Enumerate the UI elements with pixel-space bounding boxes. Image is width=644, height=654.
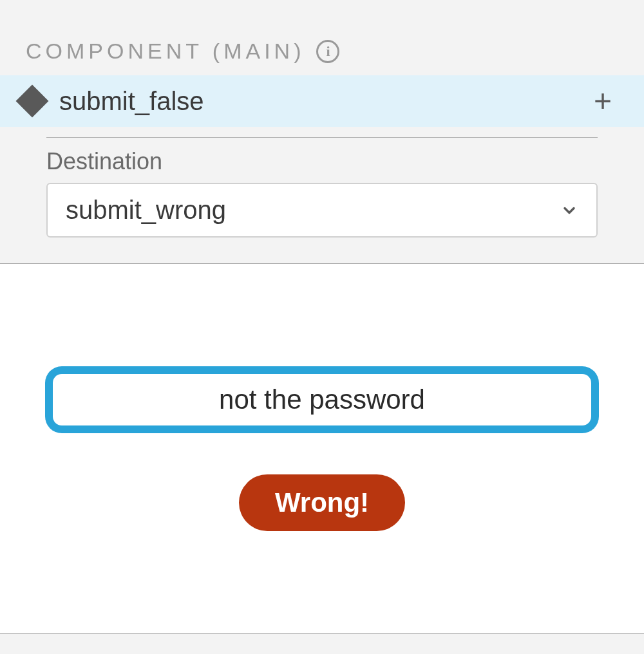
properties-panel: COMPONENT (MAIN) i submit_false + Destin… [0, 0, 644, 263]
wrong-button-label: Wrong! [275, 487, 369, 518]
destination-label: Destination [46, 148, 598, 175]
password-input-wrap: not the password [45, 366, 599, 433]
add-button[interactable]: + [587, 86, 618, 117]
password-input-value: not the password [219, 384, 425, 415]
wrong-button[interactable]: Wrong! [239, 474, 405, 531]
destination-select[interactable]: submit_wrong [46, 183, 598, 238]
destination-value: submit_wrong [66, 196, 560, 225]
component-row[interactable]: submit_false + [0, 75, 644, 127]
preview-panel: not the password Wrong! [0, 263, 644, 634]
destination-field: Destination submit_wrong [0, 138, 644, 263]
section-header-label: COMPONENT (MAIN) [26, 39, 305, 64]
component-name-label: submit_false [59, 87, 572, 116]
password-input[interactable]: not the password [53, 374, 591, 425]
chevron-down-icon [560, 201, 578, 220]
component-diamond-icon [16, 85, 49, 118]
section-header: COMPONENT (MAIN) i [0, 39, 644, 75]
info-icon[interactable]: i [316, 40, 339, 63]
